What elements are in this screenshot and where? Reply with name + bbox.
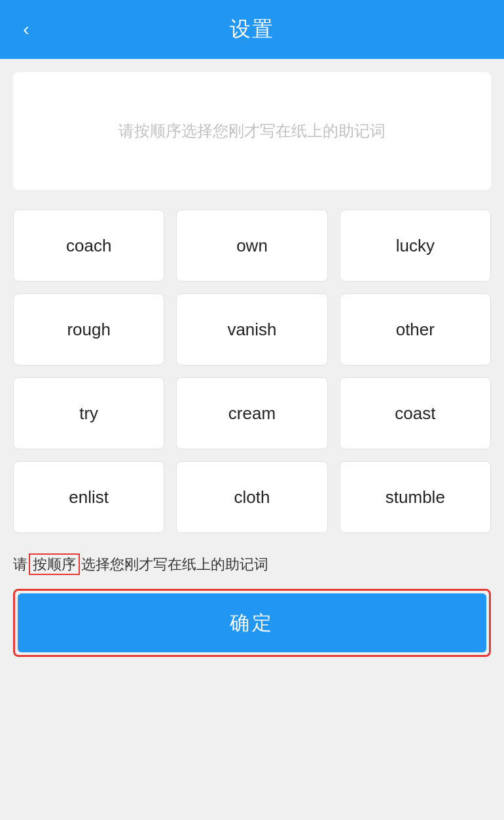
back-button[interactable]: ‹ xyxy=(13,16,39,43)
word-btn-other[interactable]: other xyxy=(340,293,491,365)
word-btn-own[interactable]: own xyxy=(176,210,327,282)
word-btn-coach[interactable]: coach xyxy=(13,210,164,282)
instruction-highlight: 按顺序 xyxy=(29,553,80,575)
confirm-button[interactable]: 确定 xyxy=(18,593,486,652)
instruction-suffix: 选择您刚才写在纸上的助记词 xyxy=(81,556,268,572)
word-btn-rough[interactable]: rough xyxy=(13,293,164,365)
word-grid: coach own lucky rough vanish other try c… xyxy=(13,210,491,533)
header: ‹ 设置 xyxy=(0,0,504,59)
instruction-prefix: 请 xyxy=(13,556,27,572)
word-btn-coast[interactable]: coast xyxy=(340,377,491,449)
input-placeholder: 请按顺序选择您刚才写在纸上的助记词 xyxy=(118,119,386,143)
word-btn-stumble[interactable]: stumble xyxy=(340,461,491,533)
word-btn-try[interactable]: try xyxy=(13,377,164,449)
word-btn-enlist[interactable]: enlist xyxy=(13,461,164,533)
word-btn-cream[interactable]: cream xyxy=(176,377,327,449)
back-icon: ‹ xyxy=(23,19,29,40)
confirm-button-wrapper: 确定 xyxy=(13,589,491,657)
page-title: 设置 xyxy=(230,15,274,44)
instruction-text: 请按顺序选择您刚才写在纸上的助记词 xyxy=(13,553,491,576)
word-btn-cloth[interactable]: cloth xyxy=(176,461,327,533)
mnemonic-input-area: 请按顺序选择您刚才写在纸上的助记词 xyxy=(13,72,491,190)
word-btn-lucky[interactable]: lucky xyxy=(340,210,491,282)
word-btn-vanish[interactable]: vanish xyxy=(176,293,327,365)
main-content: 请按顺序选择您刚才写在纸上的助记词 coach own lucky rough … xyxy=(0,59,504,820)
